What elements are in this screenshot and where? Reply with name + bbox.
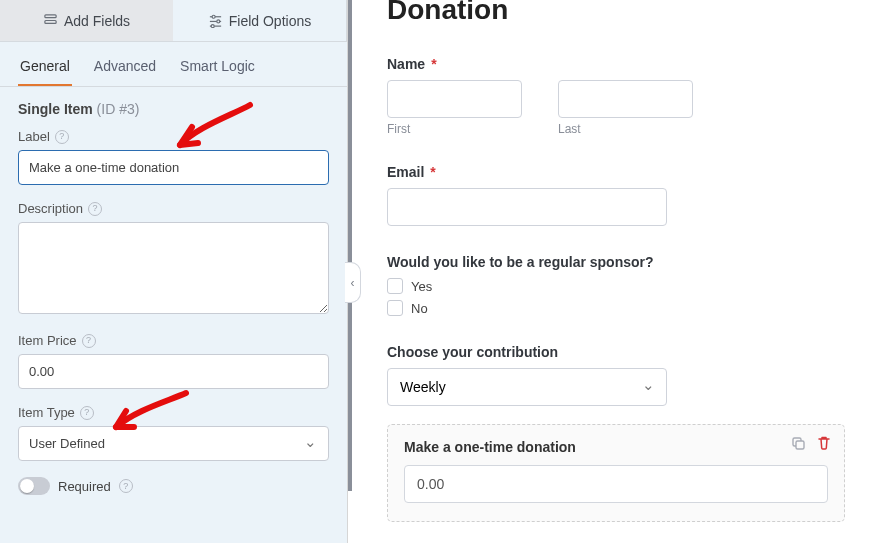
- first-name-input[interactable]: [387, 80, 522, 118]
- required-label: Required: [58, 479, 111, 494]
- label-item-price: Item Price ?: [18, 333, 329, 348]
- sidebar: Add Fields Field Options General Advance…: [0, 0, 348, 543]
- checkbox-no[interactable]: [387, 300, 403, 316]
- contribution-select[interactable]: [387, 368, 667, 406]
- label-label: Label ?: [18, 129, 329, 144]
- top-tabs: Add Fields Field Options: [0, 0, 347, 42]
- tab-add-fields[interactable]: Add Fields: [0, 0, 173, 41]
- help-icon[interactable]: ?: [88, 202, 102, 216]
- field-type-name: Single Item: [18, 101, 93, 117]
- label-item-type: Item Type ?: [18, 405, 329, 420]
- tab-field-options-label: Field Options: [229, 13, 311, 29]
- description-input[interactable]: [18, 222, 329, 314]
- help-icon[interactable]: ?: [80, 406, 94, 420]
- help-icon[interactable]: ?: [55, 130, 69, 144]
- email-label: Email: [387, 164, 424, 180]
- collapse-sidebar-button[interactable]: ‹: [345, 262, 361, 303]
- sub-tabs: General Advanced Smart Logic: [0, 42, 347, 87]
- checkbox-yes[interactable]: [387, 278, 403, 294]
- selected-field-input[interactable]: [404, 465, 828, 503]
- sub-tab-general[interactable]: General: [18, 52, 72, 86]
- svg-rect-0: [45, 15, 56, 18]
- trash-icon[interactable]: [816, 435, 832, 451]
- svg-rect-9: [796, 441, 804, 449]
- tab-field-options[interactable]: Field Options: [173, 0, 347, 41]
- svg-point-3: [212, 15, 215, 18]
- last-name-input[interactable]: [558, 80, 693, 118]
- selected-field-block[interactable]: Make a one-time donation: [387, 424, 845, 522]
- form-preview: Donation Name * First L: [348, 0, 880, 543]
- required-toggle[interactable]: [18, 477, 50, 495]
- section-title: Single Item (ID #3): [18, 101, 329, 117]
- required-star-icon: *: [431, 56, 436, 72]
- item-price-text: Item Price: [18, 333, 77, 348]
- field-id: (ID #3): [97, 101, 140, 117]
- help-icon[interactable]: ?: [82, 334, 96, 348]
- svg-point-5: [217, 20, 220, 23]
- contribution-label: Choose your contribution: [387, 344, 845, 360]
- sponsor-label: Would you like to be a regular sponsor?: [387, 254, 845, 270]
- item-price-input[interactable]: [18, 354, 329, 389]
- last-sub: Last: [558, 122, 693, 136]
- svg-rect-1: [45, 21, 56, 24]
- email-input[interactable]: [387, 188, 667, 226]
- duplicate-icon[interactable]: [790, 435, 806, 451]
- sub-tab-advanced[interactable]: Advanced: [92, 52, 158, 86]
- required-star-icon: *: [430, 164, 435, 180]
- svg-point-7: [211, 25, 214, 28]
- yes-label: Yes: [411, 279, 432, 294]
- sliders-icon: [208, 13, 223, 28]
- form-title: Donation: [387, 0, 845, 26]
- item-type-text: Item Type: [18, 405, 75, 420]
- label-text: Label: [18, 129, 50, 144]
- name-label: Name: [387, 56, 425, 72]
- description-text: Description: [18, 201, 83, 216]
- label-description: Description ?: [18, 201, 329, 216]
- tab-add-fields-label: Add Fields: [64, 13, 130, 29]
- help-icon[interactable]: ?: [119, 479, 133, 493]
- selected-field-label: Make a one-time donation: [404, 439, 828, 455]
- no-label: No: [411, 301, 428, 316]
- required-row: Required ?: [18, 477, 329, 495]
- item-type-select[interactable]: [18, 426, 329, 461]
- chevron-left-icon: ‹: [351, 276, 355, 290]
- fields-icon: [43, 13, 58, 28]
- first-sub: First: [387, 122, 522, 136]
- sub-tab-smart-logic[interactable]: Smart Logic: [178, 52, 257, 86]
- label-input[interactable]: [18, 150, 329, 185]
